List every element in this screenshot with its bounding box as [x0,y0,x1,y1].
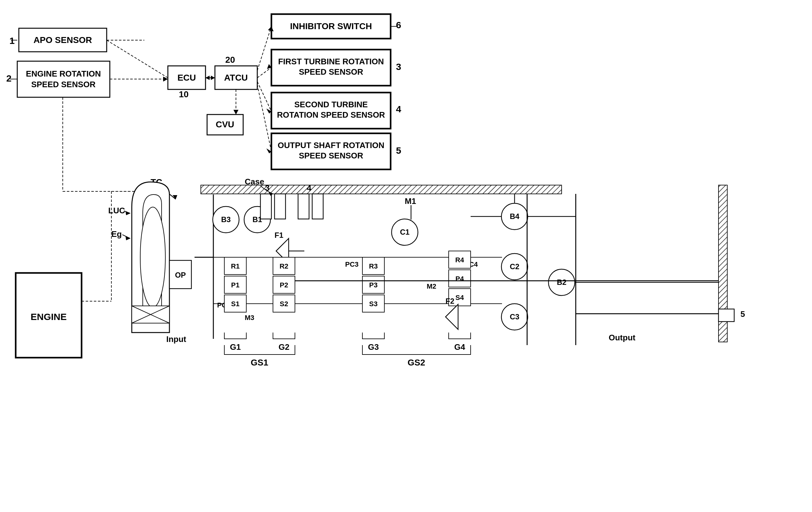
svg-rect-87 [224,257,246,275]
svg-point-135 [501,304,528,330]
svg-rect-121 [362,295,384,312]
svg-marker-42 [268,26,273,31]
svg-line-65 [124,211,130,213]
svg-text:PC1: PC1 [217,301,231,309]
svg-text:SPEED SENSOR: SPEED SENSOR [299,151,363,160]
svg-text:4: 4 [307,183,312,193]
svg-text:INHIBITOR SWITCH: INHIBITOR SWITCH [290,21,372,31]
svg-text:PC4: PC4 [464,260,478,268]
svg-rect-2 [17,61,110,97]
svg-rect-104 [260,194,271,219]
svg-text:LUC: LUC [108,206,125,215]
svg-text:ECU: ECU [177,73,196,83]
svg-marker-129 [445,304,458,330]
svg-text:SPEED SENSOR: SPEED SENSOR [31,80,95,89]
svg-text:F1: F1 [274,231,283,239]
svg-rect-97 [273,295,295,312]
svg-text:FIRST TURBINE ROTATION: FIRST TURBINE ROTATION [278,57,384,66]
svg-rect-61 [132,306,169,323]
svg-line-41 [257,26,271,70]
svg-text:B4: B4 [510,212,520,221]
svg-text:B3: B3 [221,215,231,224]
svg-point-137 [548,269,575,295]
svg-rect-19 [271,133,390,169]
svg-rect-146 [719,309,734,321]
svg-marker-69 [125,236,130,240]
svg-rect-93 [273,257,295,275]
svg-text:C2: C2 [510,262,520,271]
svg-text:SECOND TURBINE: SECOND TURBINE [294,100,368,109]
svg-rect-123 [449,251,471,268]
svg-rect-11 [271,14,390,38]
svg-text:G2: G2 [279,342,290,352]
svg-text:F2: F2 [445,297,454,305]
svg-text:APO SENSOR: APO SENSOR [34,35,92,45]
svg-rect-105 [274,194,286,219]
svg-line-33 [107,40,168,78]
svg-rect-9 [207,115,243,135]
svg-text:1: 1 [9,35,15,46]
svg-text:M1: M1 [405,196,416,206]
svg-point-78 [213,206,239,233]
svg-rect-16 [271,92,390,129]
svg-text:P3: P3 [369,281,378,289]
svg-text:5: 5 [741,309,745,319]
svg-line-56 [160,187,176,199]
svg-text:Output: Output [609,333,636,342]
svg-text:S3: S3 [369,300,378,308]
svg-text:CVU: CVU [215,119,234,129]
svg-marker-40 [233,110,238,115]
svg-rect-107 [298,194,309,219]
svg-text:OUTPUT SHAFT ROTATION: OUTPUT SHAFT ROTATION [278,141,384,150]
svg-text:R3: R3 [369,262,378,270]
svg-text:GS2: GS2 [408,358,425,367]
svg-point-58 [140,207,165,308]
svg-rect-53 [201,185,562,194]
svg-text:3: 3 [265,183,269,193]
svg-rect-91 [224,295,246,312]
svg-marker-82 [276,238,289,263]
svg-text:SPEED SENSOR: SPEED SENSOR [299,67,363,77]
svg-rect-13 [271,50,390,86]
svg-marker-46 [266,109,271,114]
svg-text:P4: P4 [456,275,464,283]
svg-marker-57 [173,195,177,199]
svg-text:2: 2 [6,73,11,83]
svg-text:PC2: PC2 [273,301,286,309]
svg-text:P2: P2 [280,281,288,289]
svg-text:10: 10 [179,89,188,99]
svg-text:TC: TC [151,177,162,187]
svg-rect-7 [215,66,257,89]
svg-text:20: 20 [225,55,235,65]
svg-point-80 [244,206,270,233]
svg-text:Eg: Eg [111,229,122,239]
svg-line-45 [257,82,271,111]
svg-text:M2: M2 [427,282,436,290]
svg-text:6: 6 [396,20,401,30]
svg-text:M3: M3 [245,314,255,321]
svg-rect-0 [19,28,107,52]
svg-text:P1: P1 [231,281,240,289]
svg-text:R4: R4 [455,256,464,264]
svg-text:C3: C3 [510,312,520,321]
svg-point-131 [501,203,528,230]
svg-rect-117 [362,257,384,275]
svg-rect-89 [224,276,246,293]
svg-rect-70 [16,273,82,358]
svg-text:Input: Input [166,335,186,344]
svg-rect-54 [719,185,727,342]
svg-text:R2: R2 [280,262,288,270]
svg-text:OP: OP [175,271,186,279]
svg-rect-5 [168,66,205,89]
svg-marker-38 [205,76,210,80]
svg-text:G1: G1 [230,342,241,352]
svg-text:G3: G3 [368,342,379,352]
svg-marker-37 [211,76,215,80]
svg-text:B1: B1 [253,215,262,224]
svg-rect-59 [169,260,192,289]
svg-text:ROTATION SPEED SENSOR: ROTATION SPEED SENSOR [277,110,385,119]
svg-line-62 [132,306,169,323]
svg-text:GS1: GS1 [251,358,268,367]
svg-rect-95 [273,276,295,293]
svg-point-115 [392,219,418,245]
